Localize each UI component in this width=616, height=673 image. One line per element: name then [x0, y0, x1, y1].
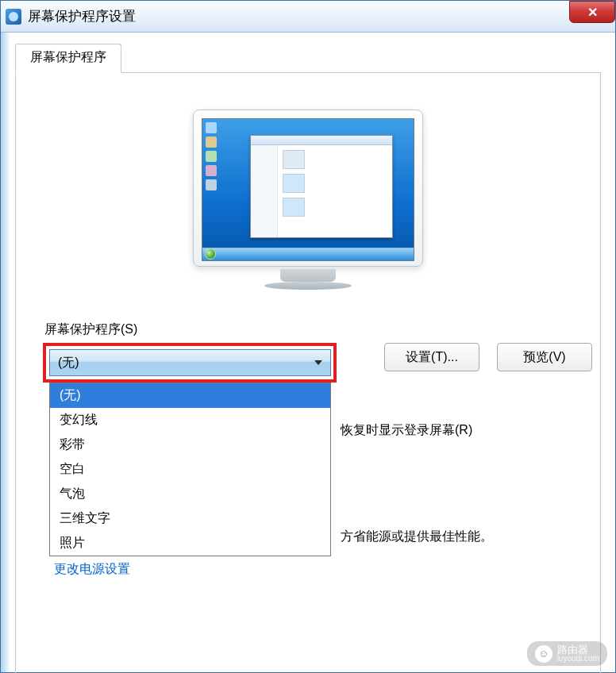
preview-button[interactable]: 预览(V)	[497, 343, 592, 371]
window-title: 屏幕保护程序设置	[28, 7, 610, 25]
watermark-sub: luyouqi.com	[557, 655, 599, 663]
dropdown-item-mystify[interactable]: 变幻线	[50, 408, 330, 433]
dropdown-item-blank[interactable]: 空白	[50, 457, 330, 482]
app-icon	[6, 9, 21, 25]
monitor-preview	[193, 110, 423, 290]
combobox-selected-text: (无)	[58, 355, 79, 371]
chevron-down-icon	[314, 360, 322, 365]
monitor-screen	[202, 118, 414, 261]
monitor-frame	[193, 110, 423, 267]
screensaver-combobox[interactable]: (无)	[49, 349, 331, 376]
tab-screensaver[interactable]: 屏幕保护程序	[15, 44, 121, 73]
settings-button-label: 设置(T)...	[406, 349, 458, 366]
mini-window	[250, 135, 393, 238]
preview-button-label: 预览(V)	[523, 349, 565, 366]
power-description-text: 方省能源或提供最佳性能。	[341, 529, 493, 545]
screensaver-dropdown: (无) 变幻线 彩带 空白 气泡 三维文字 照片 更改电源设置	[49, 383, 331, 578]
start-orb-icon	[205, 248, 216, 260]
tab-panel: 屏幕保护程序(S) (无) (无) 变幻线 彩带 空白 气泡 三维文字 照片	[15, 72, 601, 673]
mini-taskbar	[202, 248, 414, 260]
tab-strip: 屏幕保护程序	[1, 33, 615, 73]
dropdown-item-3dtext[interactable]: 三维文字	[50, 506, 330, 531]
side-buttons: 设置(T)... 预览(V)	[384, 343, 592, 371]
dialog-window: 屏幕保护程序设置 ✕ 屏幕保护程序	[0, 0, 616, 673]
dropdown-item-photos[interactable]: 照片	[50, 531, 330, 556]
screensaver-group-label: 屏幕保护程序(S)	[43, 321, 573, 338]
monitor-base	[264, 282, 352, 290]
watermark-icon: ☺	[535, 645, 552, 663]
window-border-glow	[1, 33, 10, 672]
titlebar: 屏幕保护程序设置 ✕	[1, 1, 615, 33]
settings-button[interactable]: 设置(T)...	[384, 343, 479, 371]
close-icon: ✕	[587, 5, 598, 20]
preview-area	[43, 110, 573, 290]
watermark-text: 路由器 luyouqi.com	[557, 644, 599, 663]
screensaver-row: (无) (无) 变幻线 彩带 空白 气泡 三维文字 照片 更改电源设置	[43, 343, 573, 383]
desktop-icons	[206, 122, 217, 190]
resume-checkbox-label: 恢复时显示登录屏幕(R)	[341, 422, 472, 439]
watermark: ☺ 路由器 luyouqi.com	[527, 641, 607, 666]
tab-label: 屏幕保护程序	[30, 50, 106, 63]
close-button[interactable]: ✕	[569, 1, 615, 23]
dropdown-item-none[interactable]: (无)	[50, 383, 330, 408]
dropdown-item-bubbles[interactable]: 气泡	[50, 482, 330, 506]
highlight-annotation: (无) (无) 变幻线 彩带 空白 气泡 三维文字 照片 更改电源设置	[43, 343, 337, 383]
monitor-stand	[280, 269, 336, 282]
power-settings-link[interactable]: 更改电源设置	[49, 561, 130, 578]
dropdown-item-ribbons[interactable]: 彩带	[50, 433, 330, 457]
dropdown-list: (无) 变幻线 彩带 空白 气泡 三维文字 照片	[49, 383, 331, 556]
